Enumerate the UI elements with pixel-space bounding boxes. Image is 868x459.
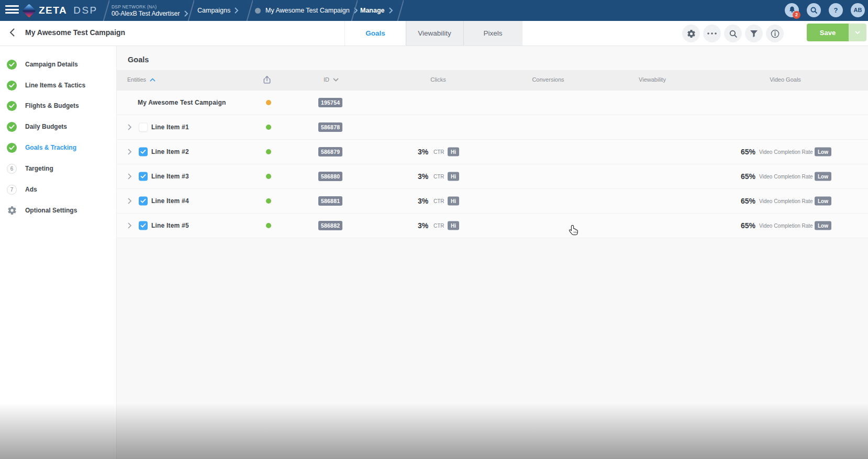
tab-goals[interactable]: Goals bbox=[344, 21, 406, 46]
row-checkbox-checked[interactable] bbox=[139, 172, 148, 181]
info-button[interactable] bbox=[766, 25, 784, 42]
bottom-fade-overlay bbox=[0, 403, 868, 459]
table-row-line-item-3[interactable]: Line Item #3 586880 3% CTR Hi 65% Video … bbox=[117, 164, 868, 189]
check-icon bbox=[7, 101, 17, 111]
sidebar-item-ads[interactable]: 7 Ads bbox=[0, 184, 116, 195]
video-level-badge: Low bbox=[815, 197, 831, 206]
video-level-badge: Low bbox=[815, 221, 831, 230]
row-name: My Awesome Test Campaign bbox=[138, 99, 226, 106]
sort-ascending-icon bbox=[150, 78, 155, 82]
check-icon bbox=[7, 122, 17, 132]
global-search-button[interactable] bbox=[807, 3, 821, 17]
expand-chevron-icon[interactable] bbox=[128, 222, 132, 229]
step-number: 6 bbox=[7, 164, 17, 174]
row-checkbox-checked[interactable] bbox=[139, 148, 148, 156]
chevron-right-icon bbox=[389, 7, 393, 14]
logo-text-zeta: ZETA bbox=[39, 5, 67, 16]
sidebar-item-campaign-details[interactable]: Campaign Details bbox=[0, 59, 116, 70]
table-row-line-item-1[interactable]: Line Item #1 586878 bbox=[117, 115, 868, 140]
save-button[interactable]: Save bbox=[807, 24, 849, 41]
table-header: Entities ID Clicks Conversions Viewabili… bbox=[117, 70, 868, 91]
save-dropdown-button[interactable] bbox=[849, 24, 866, 41]
breadcrumb-advertiser[interactable]: DSP NETWORK (NA) 00-AlexB Test Advertise… bbox=[112, 0, 188, 21]
video-value: 65% bbox=[741, 172, 755, 181]
row-checkbox-checked[interactable] bbox=[139, 197, 148, 206]
settings-button[interactable] bbox=[682, 25, 700, 42]
breadcrumb-divider bbox=[102, 0, 109, 21]
row-checkbox-unchecked[interactable] bbox=[139, 123, 148, 132]
zeta-logo-icon bbox=[22, 4, 36, 18]
video-level-badge: Low bbox=[815, 148, 831, 156]
tab-viewability[interactable]: Viewability bbox=[406, 21, 463, 46]
save-button-group: Save bbox=[807, 24, 866, 41]
table-row-campaign[interactable]: My Awesome Test Campaign 195754 bbox=[117, 91, 868, 115]
expand-chevron-icon[interactable] bbox=[128, 124, 132, 130]
back-button[interactable] bbox=[9, 28, 15, 39]
export-button[interactable] bbox=[262, 70, 272, 89]
breadcrumb-campaign[interactable]: My Awesome Test Campaign bbox=[255, 0, 358, 21]
video-value: 65% bbox=[741, 148, 755, 156]
chevron-right-icon bbox=[235, 7, 239, 14]
column-header-entities[interactable]: Entities bbox=[127, 70, 155, 89]
more-options-button[interactable] bbox=[703, 25, 721, 42]
user-avatar[interactable]: AB bbox=[851, 3, 865, 17]
table-row-line-item-4[interactable]: Line Item #4 586881 3% CTR Hi 65% Video … bbox=[117, 189, 868, 214]
avatar-initials: AB bbox=[854, 7, 862, 13]
video-label: Video Completion Rate bbox=[759, 149, 813, 155]
video-level-badge: Low bbox=[815, 172, 831, 181]
row-checkbox-checked[interactable] bbox=[139, 221, 148, 230]
sidebar-item-line-items[interactable]: Line Items & Tactics bbox=[0, 80, 116, 91]
table-row-line-item-5[interactable]: Line Item #5 586882 3% CTR Hi 65% Video … bbox=[117, 214, 868, 238]
column-header-video-goals[interactable]: Video Goals bbox=[770, 70, 801, 89]
id-badge: 586878 bbox=[318, 122, 342, 132]
zeta-dsp-logo[interactable]: ZETA DSP bbox=[24, 0, 98, 21]
sidebar-item-flights-budgets[interactable]: Flights & Budgets bbox=[0, 100, 116, 111]
sidebar-item-goals-tracking[interactable]: Goals & Tracking bbox=[0, 142, 116, 153]
video-label: Video Completion Rate bbox=[759, 174, 813, 180]
id-badge: 586880 bbox=[318, 172, 342, 181]
breadcrumb-divider bbox=[350, 0, 358, 21]
check-icon bbox=[7, 81, 17, 91]
top-navigation-bar: ZETA DSP DSP NETWORK (NA) 00-AlexB Test … bbox=[0, 0, 868, 21]
sidebar-item-daily-budgets[interactable]: Daily Budgets bbox=[0, 121, 116, 132]
status-dot-green bbox=[266, 125, 271, 130]
id-badge: 586881 bbox=[318, 196, 342, 206]
column-header-id[interactable]: ID bbox=[324, 70, 339, 89]
campaign-status-dot bbox=[255, 8, 261, 14]
search-button[interactable] bbox=[724, 25, 742, 42]
chevron-down-icon bbox=[855, 31, 860, 35]
sidebar-item-targeting[interactable]: 6 Targeting bbox=[0, 163, 116, 174]
id-badge: 195754 bbox=[318, 98, 342, 107]
filter-button[interactable] bbox=[745, 25, 763, 42]
column-header-conversions[interactable]: Conversions bbox=[532, 70, 564, 89]
step-number: 7 bbox=[7, 185, 17, 195]
mouse-cursor bbox=[569, 225, 578, 239]
table-row-line-item-2[interactable]: Line Item #2 586879 3% CTR Hi 65% Video … bbox=[117, 140, 868, 164]
notifications-button[interactable]: 2 bbox=[785, 3, 799, 17]
chevron-left-icon bbox=[9, 28, 15, 37]
sidebar-item-optional-settings[interactable]: Optional Settings bbox=[0, 205, 116, 216]
breadcrumb-campaigns-label: Campaigns bbox=[197, 7, 230, 14]
breadcrumb-manage[interactable]: Manage bbox=[360, 0, 393, 21]
filter-icon bbox=[750, 30, 758, 38]
share-icon bbox=[262, 74, 272, 85]
status-dot-orange bbox=[266, 100, 271, 105]
clicks-value: 3% bbox=[418, 197, 428, 205]
status-dot-green bbox=[266, 149, 271, 154]
sidebar-nav: Campaign Details Line Items & Tactics Fl… bbox=[0, 46, 117, 459]
menu-icon[interactable] bbox=[5, 5, 19, 15]
expand-chevron-icon[interactable] bbox=[128, 149, 132, 155]
clicks-label: CTR bbox=[433, 223, 444, 229]
row-name: Line Item #5 bbox=[151, 222, 189, 229]
clicks-label: CTR bbox=[433, 174, 444, 180]
column-header-viewability[interactable]: Viewability bbox=[639, 70, 666, 89]
ellipsis-icon bbox=[707, 32, 717, 35]
breadcrumb-campaigns[interactable]: Campaigns bbox=[197, 0, 239, 21]
page-header: My Awesome Test Campaign Goals Viewabili… bbox=[0, 21, 868, 46]
notification-badge: 2 bbox=[793, 11, 800, 19]
tab-pixels[interactable]: Pixels bbox=[463, 21, 522, 46]
column-header-clicks[interactable]: Clicks bbox=[430, 70, 446, 89]
expand-chevron-icon[interactable] bbox=[128, 173, 132, 180]
help-button[interactable]: ? bbox=[829, 3, 843, 17]
expand-chevron-icon[interactable] bbox=[128, 198, 132, 204]
